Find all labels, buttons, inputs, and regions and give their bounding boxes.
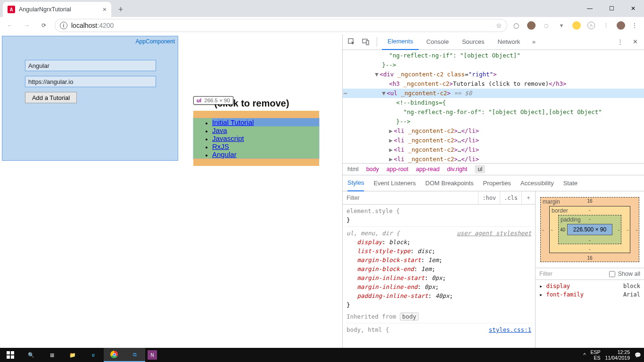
close-tab-icon[interactable]: × (103, 6, 107, 13)
chrome-menu-icon[interactable]: ⋮ (632, 22, 637, 29)
windows-taskbar: 🔍 ⊞ 📁 e ⧉ N ^ ESPES 12:2511/04/2019 💬 (0, 348, 644, 362)
devtools-close-icon[interactable]: ✕ (629, 36, 641, 48)
start-button[interactable] (0, 348, 21, 362)
more-tabs-icon[interactable]: » (528, 36, 540, 48)
subtab-dom-breakpoints[interactable]: DOM Breakpoints (425, 180, 474, 187)
window-controls: — ☐ ✕ (579, 0, 644, 17)
extension-icon[interactable]: ◌ (542, 21, 551, 30)
svg-rect-4 (11, 351, 14, 354)
name-input[interactable] (25, 60, 156, 71)
forward-button[interactable]: → (21, 19, 33, 32)
tutorials-margin-box: Initial TutorialJavaJavascriptRxJSAngula… (193, 111, 319, 166)
box-model: margin 1616-- border ---- padding --40- … (536, 191, 644, 268)
site-info-icon[interactable]: i (60, 22, 67, 29)
task-view-icon[interactable]: ⊞ (41, 348, 62, 362)
page-viewport: AppComponent Add a Tutorial (click to re… (0, 34, 342, 348)
url-input[interactable] (25, 76, 156, 87)
onenote-icon[interactable]: N (148, 350, 157, 360)
add-tutorial-button[interactable]: Add a Tutorial (25, 92, 77, 103)
styles-tabbar: Styles Event Listeners DOM Breakpoints P… (343, 175, 644, 191)
styles-rules[interactable]: element.style { } user agent stylesheetu… (343, 205, 535, 348)
hover-dimensions: 266.5 × 90 (204, 98, 230, 103)
subtab-properties[interactable]: Properties (483, 180, 511, 187)
crumb[interactable]: html (347, 166, 359, 173)
new-tab-button[interactable]: + (114, 3, 127, 16)
new-style-rule-icon[interactable]: ＋ (521, 191, 535, 204)
computed-filter-label: Filter (539, 271, 606, 277)
styles-panel: :hov .cls ＋ element.style { } user agent… (343, 191, 536, 348)
list-item[interactable]: Java (212, 126, 319, 134)
minimize-button[interactable]: — (579, 0, 601, 17)
app-component: AppComponent Add a Tutorial (2, 36, 178, 161)
reload-button[interactable]: ⟳ (38, 19, 50, 32)
selected-dom-node[interactable]: ⋯ ▼<ul _ngcontent-c2> == $0 (343, 89, 644, 98)
crumb[interactable]: div.right (447, 166, 467, 173)
breadcrumb[interactable]: html body app-root app-read div.right ul (343, 163, 644, 175)
subtab-state[interactable]: State (563, 180, 578, 187)
hover-tag: ul (197, 98, 201, 103)
svg-rect-6 (11, 355, 14, 359)
chrome-icon[interactable] (104, 348, 124, 362)
url-text: localhost:4200 (71, 22, 114, 29)
element-hover-tooltip: ul 266.5 × 90 (193, 96, 233, 105)
extension-icon[interactable] (527, 21, 536, 30)
language-indicator[interactable]: ESPES (590, 349, 600, 361)
list-item[interactable]: Initial Tutorial (212, 118, 319, 126)
extension-icon[interactable]: ◯ (512, 21, 520, 30)
tab-elements[interactable]: Elements (382, 34, 419, 50)
address-bar[interactable]: i localhost:4200 ☆ (55, 19, 507, 32)
crumb[interactable]: body (366, 166, 379, 173)
subtab-accessibility[interactable]: Accessibility (520, 180, 554, 187)
extensions-area: ◯ ◌ ▼ A ⋮ ⋮ (512, 21, 640, 30)
computed-panel: margin 1616-- border ---- padding --40- … (536, 191, 644, 348)
crumb-active[interactable]: ul (475, 165, 485, 173)
crumb[interactable]: app-root (387, 166, 409, 173)
tutorials-panel: (click to remove) Initial TutorialJavaJa… (193, 98, 319, 166)
star-icon[interactable]: ☆ (496, 22, 502, 29)
vscode-icon[interactable]: ⧉ (124, 348, 145, 362)
close-window-button[interactable]: ✕ (622, 0, 644, 17)
svg-rect-2 (366, 41, 369, 45)
cls-toggle[interactable]: .cls (500, 191, 521, 204)
extension-icon[interactable]: ▼ (557, 21, 566, 30)
extension-icon[interactable]: ⋮ (602, 21, 610, 30)
component-label: AppComponent (136, 38, 175, 45)
notifications-icon[interactable]: 💬 (635, 352, 641, 358)
back-button[interactable]: ← (4, 19, 16, 32)
crumb[interactable]: app-read (416, 166, 439, 173)
svg-rect-5 (7, 355, 10, 359)
tutorials-list: Initial TutorialJavaJavascriptRxJSAngula… (193, 118, 319, 158)
devtools-menu-icon[interactable]: ⋮ (614, 36, 626, 48)
search-icon[interactable]: 🔍 (21, 348, 41, 362)
tab-console[interactable]: Console (421, 34, 454, 50)
show-all-checkbox[interactable] (609, 271, 615, 277)
tab-network[interactable]: Network (492, 34, 526, 50)
tab-sources[interactable]: Sources (456, 34, 490, 50)
tab-strip: A AngularNgrxTutorial × + — ☐ ✕ (0, 0, 644, 17)
subtab-event-listeners[interactable]: Event Listeners (373, 180, 416, 187)
file-explorer-icon[interactable]: 📁 (62, 348, 83, 362)
clock[interactable]: 12:2511/04/2019 (605, 349, 630, 361)
svg-rect-3 (7, 351, 10, 354)
dom-tree[interactable]: "ng-reflect-ng-if": "[object Object]" }-… (343, 50, 644, 163)
dom-actions-icon[interactable]: ⋯ (344, 89, 348, 98)
list-item[interactable]: Angular (212, 150, 319, 158)
extension-icon[interactable]: A (587, 22, 595, 29)
devtools: Elements Console Sources Network » ⋮ ✕ "… (342, 34, 644, 348)
extension-icon[interactable] (572, 21, 581, 30)
edge-icon[interactable]: e (83, 348, 104, 362)
list-item[interactable]: Javascript (212, 134, 319, 142)
angular-icon: A (8, 6, 15, 13)
list-item[interactable]: RxJS (212, 142, 319, 150)
inspect-element-icon[interactable] (346, 36, 358, 48)
tray-chevron-icon[interactable]: ^ (583, 352, 586, 358)
box-model-content: 226.500 × 90 (567, 224, 612, 235)
device-toolbar-icon[interactable] (360, 36, 372, 48)
computed-list[interactable]: ▸ displayblock▸ font-familyArial (536, 280, 644, 348)
subtab-styles[interactable]: Styles (347, 175, 364, 191)
maximize-button[interactable]: ☐ (601, 0, 622, 17)
profile-avatar[interactable] (617, 21, 625, 30)
browser-tab[interactable]: A AngularNgrxTutorial × (3, 2, 111, 17)
styles-filter-input[interactable] (343, 195, 478, 201)
hov-toggle[interactable]: :hov (478, 191, 500, 204)
